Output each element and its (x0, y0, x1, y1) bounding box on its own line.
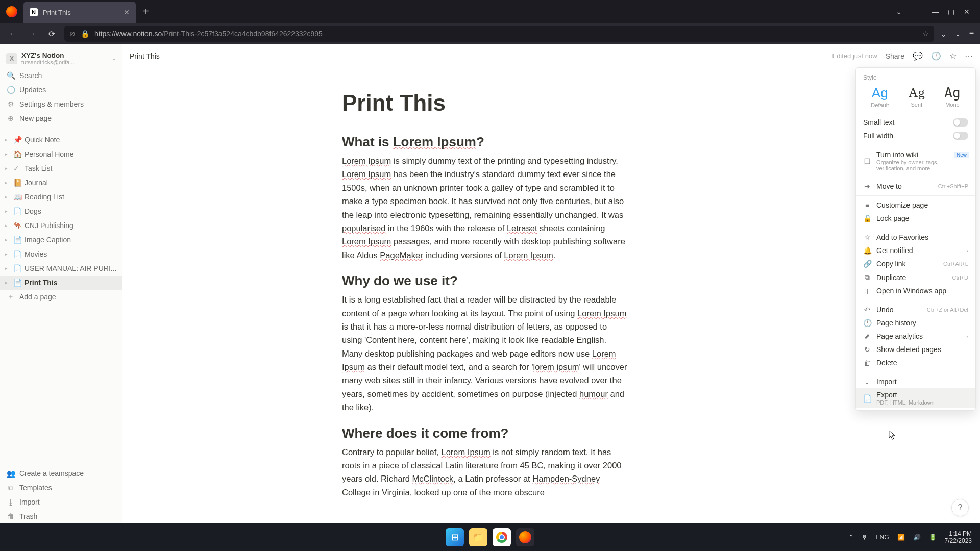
sidebar-add-page[interactable]: ＋Add a page (0, 290, 122, 304)
sidebar-page-item[interactable]: ▸📄USER MANUAL: AIR PURI... (0, 261, 122, 276)
heading-what-is[interactable]: What is Lorem Ipsum? (342, 134, 669, 150)
sidebar-page-item[interactable]: ▸📖Reading List (0, 190, 122, 204)
tray-volume-icon[interactable]: 🔊 (913, 534, 921, 541)
new-tab-button[interactable]: + (143, 6, 149, 17)
caret-icon[interactable]: ▸ (5, 237, 11, 242)
sidebar-page-item[interactable]: ▸📄Image Caption (0, 233, 122, 247)
add-favorites-button[interactable]: ☆Add to Favorites (856, 231, 975, 244)
sidebar-item-trash[interactable]: 🗑Trash (0, 509, 122, 523)
tray-chevron-icon[interactable]: ⌃ (848, 534, 853, 541)
caret-icon[interactable]: ▸ (5, 194, 11, 199)
turn-into-wiki-button[interactable]: ❏ Turn into wikiOrganize by owner, tags,… (856, 148, 975, 174)
tray-battery-icon[interactable]: 🔋 (929, 534, 937, 541)
more-icon[interactable]: ⋯ (965, 51, 973, 61)
heading-where-from[interactable]: Where does it come from? (342, 425, 669, 441)
sidebar-item-updates[interactable]: 🕘Updates (0, 83, 122, 97)
show-deleted-button[interactable]: ↻Show deleted pages (856, 343, 975, 356)
font-option[interactable]: AgSerif (909, 85, 925, 108)
browser-tab[interactable]: N Print This ✕ (23, 2, 136, 23)
sidebar-item-search[interactable]: 🔍Search (0, 68, 122, 83)
import-button[interactable]: ⭳Import (856, 375, 975, 388)
sidebar-page-item[interactable]: ▸✓Task List (0, 161, 122, 176)
bookmark-star-icon[interactable]: ☆ (922, 30, 929, 38)
undo-button[interactable]: ↶UndoCtrl+Z or Alt+Del (856, 303, 975, 316)
url-path: /Print-This-2c57f3a524ca4cbdb98f64262233… (162, 30, 322, 38)
caret-icon[interactable]: ▸ (5, 252, 11, 257)
paragraph-3[interactable]: Contrary to popular belief, Lorem Ipsum … (342, 445, 628, 499)
font-option[interactable]: AgMono (944, 85, 960, 108)
caret-icon[interactable]: ▸ (5, 266, 11, 271)
open-app-button[interactable]: ◫Open in Windows app (856, 284, 975, 297)
pocket-icon[interactable]: ⌄ (940, 29, 947, 39)
toggle-icon[interactable] (953, 118, 968, 127)
sidebar-page-item[interactable]: ▸🦘CNJ Publishing (0, 218, 122, 233)
help-button[interactable]: ? (951, 499, 969, 516)
reload-button[interactable]: ⟳ (45, 27, 58, 40)
sidebar-page-item[interactable]: ▸📔Journal (0, 176, 122, 190)
breadcrumb[interactable]: Print This (130, 52, 160, 60)
clock-icon[interactable]: 🕘 (931, 51, 941, 61)
tray-lang[interactable]: ENG (876, 534, 889, 541)
caret-icon[interactable]: ▸ (5, 209, 11, 214)
sidebar-page-item[interactable]: ▸📄Print This (0, 276, 122, 290)
caret-icon[interactable]: ▸ (5, 223, 11, 228)
sidebar-item-newpage[interactable]: ⊕New page (0, 111, 122, 126)
paragraph-1[interactable]: Lorem Ipsum is simply dummy text of the … (342, 154, 628, 262)
people-icon: 👥 (6, 469, 15, 478)
full-width-toggle[interactable]: Full width (856, 129, 975, 142)
export-button[interactable]: 📄ExportPDF, HTML, Markdown (856, 388, 975, 408)
tray-mic-icon[interactable]: 🎙 (862, 534, 868, 541)
menu-icon[interactable]: ≡ (969, 29, 974, 38)
paragraph-2[interactable]: It is a long established fact that a rea… (342, 293, 628, 414)
lock-icon[interactable]: 🔒 (81, 30, 89, 38)
caret-icon[interactable]: ▸ (5, 280, 11, 285)
back-button[interactable]: ← (6, 27, 19, 40)
sidebar-page-item[interactable]: ▸📌Quick Note (0, 133, 122, 147)
caret-icon[interactable]: ▸ (5, 180, 11, 185)
tray-clock[interactable]: 1:14 PM 7/22/2023 (945, 530, 972, 545)
window-maximize-icon[interactable]: ▢ (948, 8, 954, 16)
gear-icon: ⚙ (6, 100, 15, 108)
toggle-icon[interactable] (953, 132, 968, 140)
window-close-icon[interactable]: ✕ (964, 8, 970, 16)
favorite-star-icon[interactable]: ☆ (949, 51, 957, 61)
customize-page-button[interactable]: ≡Customize page (856, 198, 975, 212)
sidebar-page-item[interactable]: ▸📄Dogs (0, 204, 122, 218)
small-text-toggle[interactable]: Small text (856, 116, 975, 129)
window-minimize-icon[interactable]: ― (932, 8, 939, 16)
duplicate-button[interactable]: ⧉DuplicateCtrl+D (856, 270, 975, 284)
delete-button[interactable]: 🗑Delete (856, 356, 975, 369)
move-to-button[interactable]: ➜Move toCtrl+Shift+P (856, 180, 975, 193)
caret-icon[interactable]: ▸ (5, 152, 11, 157)
font-option[interactable]: AgDefault (871, 85, 889, 108)
firefox-taskbar-icon[interactable] (516, 528, 534, 546)
tabs-dropdown-icon[interactable]: ⌄ (896, 8, 902, 16)
downloads-icon[interactable]: ⭳ (954, 29, 962, 38)
comments-icon[interactable]: 💬 (913, 51, 923, 61)
sidebar-item-import[interactable]: ⭳Import (0, 495, 122, 509)
share-button[interactable]: Share (886, 52, 904, 60)
shield-icon[interactable]: ⊘ (69, 30, 76, 38)
sidebar-item-templates[interactable]: ⧉Templates (0, 481, 122, 495)
sidebar-item-settings[interactable]: ⚙Settings & members (0, 97, 122, 111)
page-icon: 📄 (13, 279, 22, 287)
copy-link-button[interactable]: 🔗Copy linkCtrl+Alt+L (856, 257, 975, 270)
tray-wifi-icon[interactable]: 📶 (897, 534, 905, 541)
sidebar-item-teamspace[interactable]: 👥Create a teamspace (0, 466, 122, 481)
start-button[interactable]: ⊞ (446, 528, 464, 546)
chrome-icon[interactable] (493, 528, 511, 546)
lock-page-button[interactable]: 🔒Lock page (856, 212, 975, 225)
get-notified-button[interactable]: 🔔Get notified› (856, 244, 975, 257)
file-explorer-icon[interactable]: 📁 (469, 528, 487, 546)
sidebar-page-item[interactable]: ▸🏠Personal Home (0, 147, 122, 161)
workspace-switcher[interactable]: X XYZ's Notion tutsandtricks@orifa... ⌄ (0, 48, 122, 68)
url-field[interactable]: ⊘ 🔒 https://www.notion.so/Print-This-2c5… (64, 26, 934, 42)
caret-icon[interactable]: ▸ (5, 166, 11, 171)
heading-why-use[interactable]: Why do we use it? (342, 273, 669, 289)
sidebar-page-item[interactable]: ▸📄Movies (0, 247, 122, 261)
page-history-button[interactable]: 🕘Page history (856, 316, 975, 330)
page-analytics-button[interactable]: ⬈Page analytics› (856, 330, 975, 343)
caret-icon[interactable]: ▸ (5, 137, 11, 142)
close-tab-icon[interactable]: ✕ (124, 8, 130, 16)
page-title[interactable]: Print This (342, 90, 669, 116)
